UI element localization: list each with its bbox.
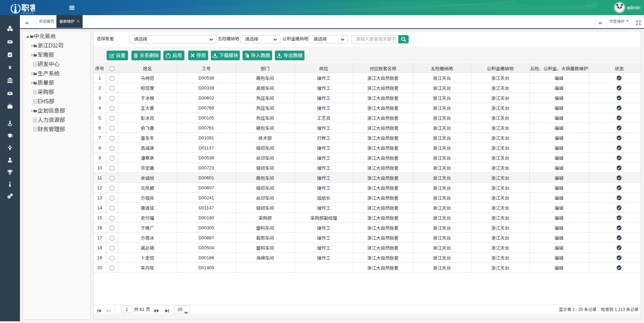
svg-text:IZHIKE: IZHIKE <box>22 12 35 14</box>
svg-text:职客: 职客 <box>21 3 35 12</box>
svg-text:¥: ¥ <box>9 65 11 70</box>
